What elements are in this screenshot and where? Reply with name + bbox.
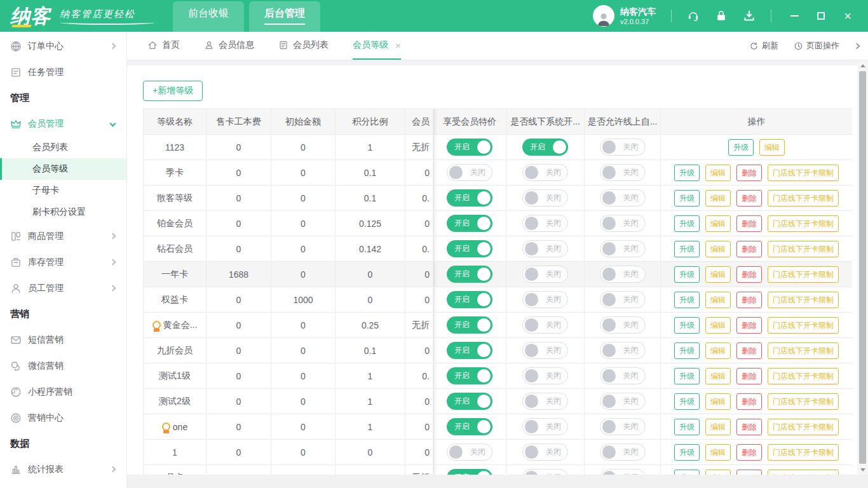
special-price-toggle[interactable]: 关闭	[447, 164, 492, 181]
special-price-toggle[interactable]: 开启	[447, 367, 492, 384]
offline-open-toggle[interactable]: 开启	[522, 139, 568, 156]
close-button[interactable]: ×	[843, 11, 853, 21]
special-price-toggle[interactable]: 开启	[447, 266, 492, 283]
sidebar-item[interactable]: 任务管理	[0, 59, 126, 85]
page-tab[interactable]: 会员列表	[278, 32, 329, 60]
service-icon[interactable]	[687, 10, 700, 22]
offline-open-toggle[interactable]: 关闭	[522, 266, 568, 283]
user-box[interactable]: 纳客汽车 v2.0.0.37	[593, 5, 656, 27]
edit-button[interactable]: 编辑	[705, 393, 731, 410]
edit-button[interactable]: 编辑	[705, 241, 731, 257]
upgrade-button[interactable]: 升级	[674, 292, 700, 308]
special-price-toggle[interactable]: 关闭	[447, 444, 492, 461]
delete-button[interactable]: 删除	[736, 165, 762, 181]
edit-button[interactable]: 编辑	[705, 342, 731, 359]
edit-button[interactable]: 编辑	[759, 139, 785, 156]
offline-open-toggle[interactable]: 关闭	[522, 367, 568, 384]
offline-open-toggle[interactable]: 关闭	[522, 444, 568, 461]
delete-button[interactable]: 删除	[736, 266, 762, 283]
upgrade-button[interactable]: 升级	[674, 444, 700, 461]
tab-backend-admin[interactable]: 后台管理	[249, 1, 320, 32]
limit-button[interactable]: 门店线下开卡限制	[768, 419, 839, 435]
offline-open-toggle[interactable]: 关闭	[522, 291, 568, 308]
horizontal-scrollbar-track[interactable]	[127, 475, 868, 488]
upgrade-button[interactable]: 升级	[674, 419, 700, 435]
limit-button[interactable]: 门店线下开卡限制	[768, 368, 839, 384]
edit-button[interactable]: 编辑	[705, 317, 731, 334]
online-self-toggle[interactable]: 关闭	[600, 266, 646, 283]
chevron-right-icon[interactable]	[854, 43, 860, 49]
limit-button[interactable]: 门店线下开卡限制	[768, 190, 839, 207]
offline-open-toggle[interactable]: 关闭	[522, 164, 568, 181]
edit-button[interactable]: 编辑	[705, 292, 731, 308]
offline-open-toggle[interactable]: 关闭	[522, 189, 568, 207]
limit-button[interactable]: 门店线下开卡限制	[768, 215, 839, 232]
online-self-toggle[interactable]: 关闭	[600, 139, 646, 156]
sidebar-item[interactable]: 短信营销	[0, 327, 126, 353]
vertical-scrollbar[interactable]	[857, 60, 868, 475]
sidebar-item[interactable]: 微信营销	[0, 353, 126, 379]
sidebar-item[interactable]: 数据分析	[0, 482, 126, 488]
scrollbar-thumb[interactable]	[859, 71, 866, 464]
upgrade-button[interactable]: 升级	[674, 190, 700, 207]
edit-button[interactable]: 编辑	[705, 419, 731, 435]
special-price-toggle[interactable]: 开启	[447, 139, 492, 156]
upgrade-button[interactable]: 升级	[674, 317, 700, 334]
sidebar-item[interactable]: 库存管理	[0, 249, 126, 275]
limit-button[interactable]: 门店线下开卡限制	[768, 470, 839, 475]
refresh-button[interactable]: 刷新	[749, 40, 778, 51]
online-self-toggle[interactable]: 关闭	[600, 469, 646, 475]
upgrade-button[interactable]: 升级	[674, 241, 700, 257]
delete-button[interactable]: 删除	[736, 190, 762, 207]
online-self-toggle[interactable]: 关闭	[600, 291, 646, 308]
sidebar-item[interactable]: 营销中心	[0, 405, 126, 431]
offline-open-toggle[interactable]: 关闭	[522, 240, 568, 257]
online-self-toggle[interactable]: 关闭	[600, 367, 646, 384]
offline-open-toggle[interactable]: 关闭	[522, 393, 568, 410]
delete-button[interactable]: 删除	[736, 317, 762, 334]
upgrade-button[interactable]: 升级	[674, 470, 700, 475]
tab-front-cashier[interactable]: 前台收银	[173, 1, 244, 32]
online-self-toggle[interactable]: 关闭	[600, 240, 646, 257]
special-price-toggle[interactable]: 开启	[447, 215, 492, 232]
lock-icon[interactable]	[715, 10, 728, 22]
download-icon[interactable]	[743, 10, 756, 22]
delete-button[interactable]: 删除	[736, 444, 762, 461]
edit-button[interactable]: 编辑	[705, 368, 731, 384]
special-price-toggle[interactable]: 开启	[447, 316, 492, 334]
limit-button[interactable]: 门店线下开卡限制	[768, 317, 839, 334]
sidebar-item[interactable]: 会员管理	[0, 111, 126, 137]
limit-button[interactable]: 门店线下开卡限制	[768, 266, 839, 283]
offline-open-toggle[interactable]: 关闭	[522, 469, 568, 475]
upgrade-button[interactable]: 升级	[674, 215, 700, 232]
online-self-toggle[interactable]: 关闭	[600, 164, 646, 181]
upgrade-button[interactable]: 升级	[674, 342, 700, 359]
offline-open-toggle[interactable]: 关闭	[522, 215, 568, 232]
tab-close-icon[interactable]: ×	[395, 40, 401, 51]
offline-open-toggle[interactable]: 关闭	[522, 342, 568, 359]
edit-button[interactable]: 编辑	[705, 215, 731, 232]
special-price-toggle[interactable]: 开启	[447, 393, 492, 410]
page-tab[interactable]: 首页	[147, 32, 180, 60]
page-operations-button[interactable]: 页面操作	[794, 40, 839, 51]
edit-button[interactable]: 编辑	[705, 444, 731, 461]
sidebar-subitem[interactable]: 会员列表	[0, 137, 126, 158]
sidebar-item[interactable]: 小程序营销	[0, 379, 126, 405]
delete-button[interactable]: 删除	[736, 368, 762, 384]
online-self-toggle[interactable]: 关闭	[600, 393, 646, 410]
edit-button[interactable]: 编辑	[705, 470, 731, 475]
edit-button[interactable]: 编辑	[705, 266, 731, 283]
offline-open-toggle[interactable]: 关闭	[522, 418, 568, 435]
limit-button[interactable]: 门店线下开卡限制	[768, 393, 839, 410]
upgrade-button[interactable]: 升级	[674, 165, 700, 181]
limit-button[interactable]: 门店线下开卡限制	[768, 165, 839, 181]
delete-button[interactable]: 删除	[736, 393, 762, 410]
edit-button[interactable]: 编辑	[705, 165, 731, 181]
sidebar-item[interactable]: 订单中心	[0, 33, 126, 59]
add-level-button[interactable]: +新增等级	[143, 81, 203, 101]
online-self-toggle[interactable]: 关闭	[600, 189, 646, 207]
minimize-button[interactable]	[789, 11, 799, 21]
online-self-toggle[interactable]: 关闭	[600, 342, 646, 359]
limit-button[interactable]: 门店线下开卡限制	[768, 444, 839, 461]
delete-button[interactable]: 删除	[736, 292, 762, 308]
